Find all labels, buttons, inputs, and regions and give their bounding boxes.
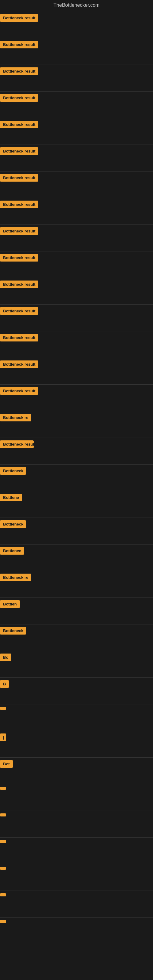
- bottleneck-badge: B: [0, 680, 9, 688]
- list-item[interactable]: Bottleneck result: [0, 305, 153, 331]
- bottleneck-badge: [0, 867, 6, 870]
- list-item[interactable]: [0, 705, 153, 731]
- list-item[interactable]: [0, 891, 153, 917]
- bottleneck-badge: Bottleneck result: [0, 280, 38, 288]
- list-item[interactable]: Bo: [0, 651, 153, 678]
- bottleneck-badge: Bottleneck result: [0, 360, 38, 368]
- bottleneck-badge: Bottlen: [0, 600, 20, 608]
- bottleneck-badge: Bottleneck: [0, 520, 26, 528]
- list-item[interactable]: Bottleneck result: [0, 118, 153, 145]
- list-item[interactable]: Bot: [0, 758, 153, 784]
- bottleneck-badge: [0, 840, 6, 843]
- list-item[interactable]: Bottleneck result: [0, 92, 153, 118]
- list-item[interactable]: Bottlene: [0, 491, 153, 517]
- bottleneck-badge: Bottleneck: [0, 627, 26, 635]
- bottleneck-badge: [0, 920, 6, 923]
- bottleneck-badge: Bottleneck result: [0, 174, 38, 181]
- bottleneck-badge: Bottleneck resul: [0, 441, 33, 448]
- list-item[interactable]: Bottleneck: [0, 624, 153, 651]
- bottleneck-badge: Bottleneck: [0, 467, 26, 475]
- bottleneck-badge: Bottleneck result: [0, 14, 38, 22]
- list-item[interactable]: Bottleneck result: [0, 65, 153, 91]
- list-item[interactable]: Bottleneck re: [0, 411, 153, 438]
- list-item[interactable]: [0, 838, 153, 864]
- bottleneck-badge: Bottleneck result: [0, 41, 38, 48]
- site-title: TheBottlenecker.com: [0, 0, 153, 12]
- bottleneck-badge: [0, 813, 6, 816]
- list-item[interactable]: Bottleneck re: [0, 571, 153, 598]
- bottleneck-badge: Bottleneck result: [0, 254, 38, 261]
- bottleneck-badge: [0, 707, 6, 710]
- list-item[interactable]: Bottleneck result: [0, 225, 153, 251]
- list-item[interactable]: Bottleneck result: [0, 198, 153, 224]
- bottleneck-badge: [0, 893, 6, 896]
- bottleneck-badge: [0, 787, 6, 790]
- bottleneck-badge: Bottleneck re: [0, 574, 31, 581]
- list-item[interactable]: Bottleneck: [0, 465, 153, 491]
- bottleneck-badge: Bottlenec: [0, 547, 24, 555]
- bottleneck-badge: Bottleneck re: [0, 414, 31, 422]
- bottleneck-badge: Bottleneck result: [0, 67, 38, 75]
- bottleneck-badge: Bottleneck result: [0, 307, 38, 315]
- list-item[interactable]: [0, 864, 153, 891]
- list-item[interactable]: Bottleneck result: [0, 331, 153, 358]
- list-item[interactable]: Bottleneck result: [0, 38, 153, 65]
- list-item[interactable]: Bottlenec: [0, 544, 153, 571]
- bottleneck-badge: Bottleneck result: [0, 200, 38, 208]
- bottleneck-badge: |: [0, 733, 6, 741]
- list-item[interactable]: Bottleneck result: [0, 278, 153, 304]
- bottleneck-badge: Bottleneck result: [0, 121, 38, 128]
- bottleneck-badge: Bottleneck result: [0, 147, 38, 155]
- bottleneck-badge: Bo: [0, 654, 11, 661]
- list-item[interactable]: Bottleneck result: [0, 12, 153, 38]
- list-item[interactable]: Bottleneck result: [0, 385, 153, 411]
- list-item[interactable]: Bottleneck result: [0, 145, 153, 171]
- bottleneck-badge: Bottleneck result: [0, 227, 38, 235]
- list-item[interactable]: Bottleneck result: [0, 172, 153, 198]
- list-item[interactable]: |: [0, 731, 153, 757]
- bottleneck-badge: Bottlene: [0, 494, 22, 501]
- list-item[interactable]: B: [0, 678, 153, 704]
- list-item[interactable]: Bottleneck resul: [0, 438, 153, 464]
- bottleneck-badge: Bottleneck result: [0, 387, 38, 395]
- list-item[interactable]: Bottleneck result: [0, 358, 153, 384]
- list-item[interactable]: Bottleneck: [0, 518, 153, 544]
- bottleneck-badge: Bottleneck result: [0, 94, 38, 102]
- list-item[interactable]: Bottlen: [0, 598, 153, 624]
- list-item[interactable]: [0, 918, 153, 944]
- list-item[interactable]: [0, 811, 153, 837]
- list-item[interactable]: [0, 784, 153, 811]
- items-list: Bottleneck resultBottleneck resultBottle…: [0, 12, 153, 944]
- bottleneck-badge: Bot: [0, 760, 13, 768]
- list-item[interactable]: Bottleneck result: [0, 251, 153, 278]
- bottleneck-badge: Bottleneck result: [0, 334, 38, 342]
